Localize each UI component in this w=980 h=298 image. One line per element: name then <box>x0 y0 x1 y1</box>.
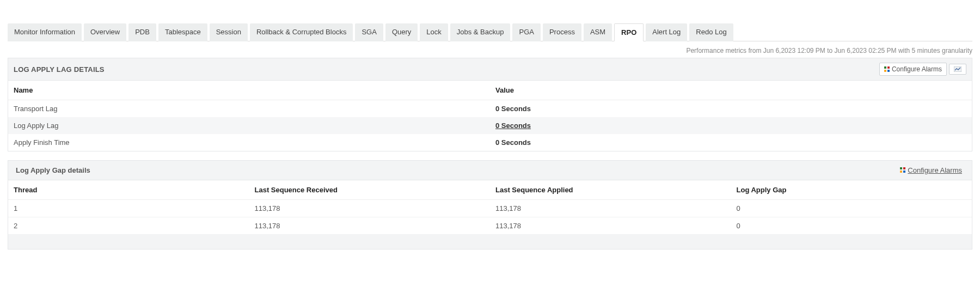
svg-rect-0 <box>884 66 886 69</box>
table-row: Apply Finish Time0 Seconds <box>8 134 972 151</box>
cell-value: 0 Seconds <box>490 117 972 134</box>
tab-lock[interactable]: Lock <box>420 23 448 41</box>
chart-icon <box>954 66 961 72</box>
log-apply-lag-table: Name Value Transport Lag0 SecondsLog App… <box>8 81 972 151</box>
chart-options-button[interactable] <box>949 64 966 75</box>
cell-gap: 0 <box>731 200 972 217</box>
tab-query[interactable]: Query <box>385 23 418 41</box>
tab-jobs-backup[interactable]: Jobs & Backup <box>450 23 511 41</box>
cell-thread: 1 <box>8 200 249 217</box>
cell-recv: 113,178 <box>249 217 491 235</box>
svg-rect-1 <box>887 66 890 69</box>
cell-recv: 113,178 <box>249 200 491 217</box>
configure-alarms-button[interactable]: Configure Alarms <box>879 63 947 76</box>
tab-alert-log[interactable]: Alert Log <box>646 23 687 41</box>
table-row: 2113,178113,1780 <box>8 217 972 235</box>
tab-asm[interactable]: ASM <box>584 23 612 41</box>
col-recv: Last Sequence Received <box>249 180 491 200</box>
tab-redo-log[interactable]: Redo Log <box>689 23 733 41</box>
col-gap: Log Apply Gap <box>731 180 972 200</box>
log-apply-lag-title: LOG APPLY LAG DETAILS <box>14 65 879 74</box>
log-apply-lag-panel: LOG APPLY LAG DETAILS Configure Alarms N… <box>8 58 972 151</box>
cell-name: Apply Finish Time <box>8 134 490 151</box>
tab-process[interactable]: Process <box>543 23 581 41</box>
cell-apl: 113,178 <box>490 200 731 217</box>
configure-alarms-label: Configure Alarms <box>892 65 942 73</box>
cell-name: Transport Lag <box>8 100 490 118</box>
value-text: 0 Seconds <box>495 105 531 113</box>
table-row: Log Apply Lag0 Seconds <box>8 117 972 134</box>
log-apply-gap-panel: Log Apply Gap details Configure Alarms T… <box>8 160 972 250</box>
tab-pdb[interactable]: PDB <box>128 23 156 41</box>
col-thread: Thread <box>8 180 249 200</box>
svg-rect-5 <box>900 167 902 169</box>
value-link[interactable]: 0 Seconds <box>495 121 531 130</box>
tab-monitor-information[interactable]: Monitor Information <box>8 23 82 41</box>
table-row: Transport Lag0 Seconds <box>8 100 972 118</box>
col-apl: Last Sequence Applied <box>490 180 731 200</box>
col-value: Value <box>490 81 972 100</box>
log-apply-gap-header: Log Apply Gap details Configure Alarms <box>8 161 972 180</box>
table-footer <box>8 235 972 249</box>
tab-pga[interactable]: PGA <box>512 23 540 41</box>
cell-name: Log Apply Lag <box>8 117 490 134</box>
svg-rect-3 <box>887 70 890 72</box>
tab-sga[interactable]: SGA <box>355 23 383 41</box>
cell-value: 0 Seconds <box>490 134 972 151</box>
log-apply-gap-table: Thread Last Sequence Received Last Seque… <box>8 180 972 249</box>
alarm-icon <box>884 66 890 72</box>
cell-value: 0 Seconds <box>490 100 972 118</box>
tab-session[interactable]: Session <box>210 23 248 41</box>
configure-alarms-link-label: Configure Alarms <box>908 166 962 174</box>
svg-rect-8 <box>903 171 905 173</box>
tab-rollback-corrupted-blocks[interactable]: Rollback & Corrupted Blocks <box>250 23 353 41</box>
alarm-icon <box>900 166 905 174</box>
svg-rect-7 <box>900 171 902 173</box>
value-text: 0 Seconds <box>495 138 531 147</box>
table-row: 1113,178113,1780 <box>8 200 972 217</box>
configure-alarms-link[interactable]: Configure Alarms <box>900 166 966 174</box>
cell-apl: 113,178 <box>490 217 731 235</box>
tab-rpo[interactable]: RPO <box>614 23 644 41</box>
tab-bar: Monitor InformationOverviewPDBTablespace… <box>8 23 972 41</box>
svg-rect-6 <box>903 167 905 169</box>
log-apply-gap-title: Log Apply Gap details <box>14 166 900 174</box>
log-apply-lag-header: LOG APPLY LAG DETAILS Configure Alarms <box>8 58 972 81</box>
col-name: Name <box>8 81 490 100</box>
tab-tablespace[interactable]: Tablespace <box>158 23 207 41</box>
svg-rect-2 <box>884 70 886 72</box>
cell-thread: 2 <box>8 217 249 235</box>
cell-gap: 0 <box>731 217 972 235</box>
performance-metrics-note: Performance metrics from Jun 6,2023 12:0… <box>8 41 972 58</box>
tab-overview[interactable]: Overview <box>84 23 126 41</box>
